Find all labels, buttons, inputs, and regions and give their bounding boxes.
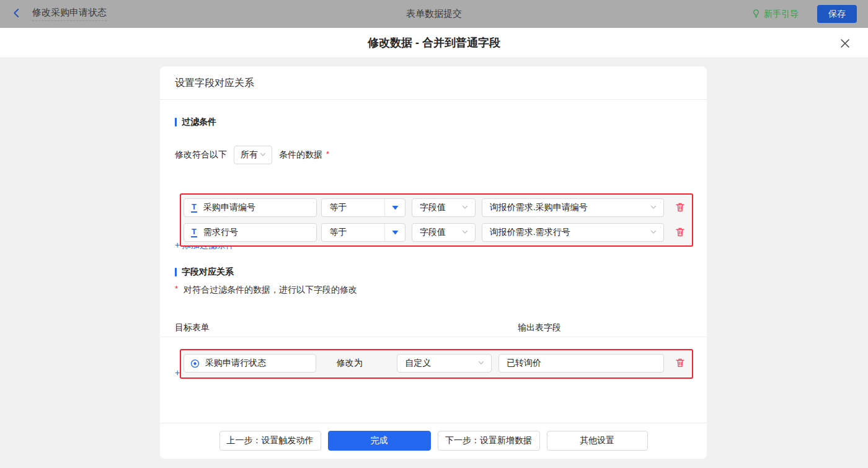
newbie-guide-label: 新手引导 [764,9,799,20]
delete-row-button[interactable] [673,226,687,239]
section-marker [175,268,177,276]
next-step-button[interactable]: 下一步：设置新增数据 [438,431,540,451]
config-panel: 设置字段对应关系 过滤条件 修改符合以下 所有 条件的数据 * + 添加过滤条件… [160,66,707,459]
panel-header: 设置字段对应关系 [175,66,254,99]
custom-value-input[interactable]: 已转询价 [498,354,664,373]
match-condition-row: 修改符合以下 所有 条件的数据 * [175,144,329,166]
filter-row: T 采购申请编号 等于 字段值 询报价需求.采购申请编号 [184,198,687,217]
section-marker [175,118,177,126]
field-mapping-box: 采购申请行状态 修改为 自定义 已转询价 [180,349,693,379]
modify-to-label: 修改为 [337,358,365,369]
operator-select[interactable]: 等于 [321,223,405,242]
workflow-name[interactable]: 修改采购申请状态 [32,7,107,21]
done-button[interactable]: 完成 [328,431,431,451]
chevron-down-icon [650,227,657,237]
operator-select[interactable]: 等于 [321,198,405,217]
filter-section-title: 过滤条件 [175,117,216,128]
filter-conditions-box: T 采购申请编号 等于 字段值 询报价需求.采购申请编号 [180,193,693,247]
required-asterisk: * [326,149,329,159]
chevron-down-icon [461,203,469,213]
triangle-down-icon [384,199,405,216]
filter-field-input[interactable]: T 采购申请编号 [184,198,317,217]
back-button[interactable] [11,7,22,21]
value-type-select[interactable]: 字段值 [412,198,476,217]
save-button[interactable]: 保存 [817,5,857,23]
text-field-icon: T [191,227,197,237]
mapping-description: * 对符合过滤条件的数据，进行以下字段的修改 [175,285,357,296]
mapping-row: 采购申请行状态 修改为 自定义 已转询价 [184,354,687,373]
back-arrow-icon [11,7,22,21]
target-form-header: 目标表单 [175,322,210,333]
triangle-down-icon [384,224,405,241]
compare-field-select[interactable]: 询报价需求.采购申请编号 [482,198,664,217]
filter-row: T 需求行号 等于 字段值 询报价需求.需求行号 [184,223,687,242]
match-mode-select[interactable]: 所有 [234,146,272,164]
trash-icon [675,226,686,239]
prev-step-button[interactable]: 上一步：设置触发动作 [219,431,321,451]
other-settings-button[interactable]: 其他设置 [547,431,648,451]
modal-title: 修改数据 - 合并到普通字段 [368,35,500,50]
page-title: 表单数据提交 [0,8,868,20]
divider [160,99,707,100]
chevron-down-icon [259,150,267,160]
close-icon[interactable] [838,37,852,50]
text-field-icon: T [191,203,197,213]
compare-field-select[interactable]: 询报价需求.需求行号 [482,223,664,242]
chevron-down-icon [477,358,485,368]
radio-icon [190,359,200,368]
chevron-down-icon [461,227,469,237]
modal-header: 修改数据 - 合并到普通字段 [0,28,868,58]
trash-icon [675,201,686,214]
trash-icon [675,357,686,370]
newbie-guide-link[interactable]: 新手引导 [751,9,799,20]
screen: 修改采购申请状态 表单数据提交 新手引导 保存 修改数据 - 合并到普通字段 设… [0,0,868,468]
filter-field-input[interactable]: T 需求行号 [184,223,317,242]
output-field-header: 输出表字段 [518,322,561,333]
match-suffix: 条件的数据 [279,149,322,161]
delete-row-button[interactable] [673,356,687,370]
match-prefix: 修改符合以下 [175,149,227,161]
divider [160,337,707,337]
footer-actions: 上一步：设置触发动作 完成 下一步：设置新增数据 其他设置 [160,423,707,459]
lightbulb-icon [751,9,761,20]
target-field-input[interactable]: 采购申请行状态 [184,354,316,373]
top-bar: 修改采购申请状态 表单数据提交 新手引导 保存 [0,0,868,28]
required-asterisk: * [175,284,178,293]
value-type-select[interactable]: 字段值 [412,223,476,242]
chevron-down-icon [650,203,657,213]
value-source-select[interactable]: 自定义 [397,354,492,373]
delete-row-button[interactable] [673,201,687,214]
mapping-section-title: 字段对应关系 [175,267,234,278]
